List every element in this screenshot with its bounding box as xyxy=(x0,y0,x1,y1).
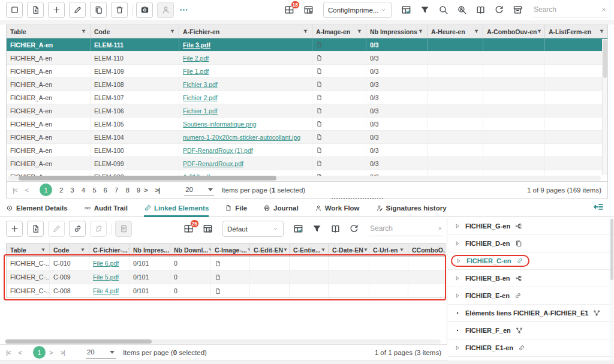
tab-audit-trail[interactable]: Audit Trail xyxy=(84,200,128,217)
page-size-select[interactable]: 20 xyxy=(184,184,214,196)
file-link[interactable]: File 6.pdf xyxy=(93,260,119,267)
column-header[interactable]: A-ListFerm-en xyxy=(545,25,608,38)
page-button[interactable]: 3 xyxy=(70,186,74,194)
table-row[interactable]: FICHIER_A-enELEM-100PDF-RenardRoux (1).p… xyxy=(7,144,607,157)
filter-icon[interactable] xyxy=(418,29,423,34)
table-settings-button[interactable] xyxy=(303,5,314,15)
new-document-button[interactable] xyxy=(27,2,44,18)
config-view-dropdown[interactable]: ConfigImprime... xyxy=(323,2,392,18)
sidebar-item-fichier-e-en[interactable]: FICHIER_E-en xyxy=(448,287,614,305)
collapse-panel-button[interactable] xyxy=(593,201,604,212)
file-link[interactable]: File 1.pdf xyxy=(183,68,209,75)
search-advanced-button[interactable] xyxy=(457,5,467,15)
table-row[interactable]: FICHIER_A-enELEM-104numero-1-20x20cm-sti… xyxy=(7,131,607,144)
table-row[interactable]: FICHIER_C-...C-010File 6.pdf0/1010 xyxy=(7,257,445,270)
table-row[interactable]: FICHIER_A-enELEM-105Soutiens-informatiqu… xyxy=(7,118,607,131)
prev-page-button[interactable]: < xyxy=(25,186,28,194)
sidebar-item-fichier-c-en[interactable]: FICHIER_C-en xyxy=(448,252,614,270)
column-header[interactable]: Table xyxy=(7,243,50,256)
table-row[interactable]: FICHIER_A-enELEM-109File 1.pdf0/3 xyxy=(7,65,607,78)
file-link[interactable]: Fichier 2.pdf xyxy=(183,94,218,101)
detail-table-settings-button[interactable] xyxy=(203,224,213,234)
detail-horizontal-scrollbar-thumb[interactable] xyxy=(5,339,152,344)
detail-first-page-button[interactable]: |< xyxy=(6,349,11,356)
column-header[interactable]: A-Heure-en xyxy=(428,25,483,38)
filter-icon[interactable] xyxy=(170,29,175,34)
page-button[interactable]: 5 xyxy=(92,186,96,194)
file-link[interactable]: Fichier 1.pdf xyxy=(183,107,218,115)
sidebar-item-fichier-f-en[interactable]: FICHIER_F_en xyxy=(448,322,614,339)
column-header[interactable]: A-Fichier-en xyxy=(179,25,312,38)
archive-button[interactable] xyxy=(513,5,523,15)
tab-work-flow[interactable]: Work Flow xyxy=(315,200,360,217)
new-linked-document-button[interactable] xyxy=(27,221,44,237)
column-header[interactable]: C-Entie... xyxy=(290,243,329,256)
page-button[interactable]: 8 xyxy=(125,186,129,194)
sidebar-scrollbar-thumb[interactable] xyxy=(610,219,613,280)
search-input[interactable] xyxy=(532,5,600,14)
filter-icon[interactable] xyxy=(80,248,85,252)
filter-icon[interactable] xyxy=(363,248,368,252)
add-element-button[interactable] xyxy=(48,2,65,18)
page-button[interactable]: 2 xyxy=(59,186,63,194)
file-link[interactable]: File 5.pdf xyxy=(93,273,119,281)
more-options-button[interactable] xyxy=(178,2,189,18)
duplicate-element-button[interactable] xyxy=(90,2,107,18)
column-header[interactable]: C-Fichier-... xyxy=(89,243,130,256)
detail-views-grid-button[interactable]: 25 xyxy=(183,224,194,234)
column-header[interactable]: C-Date-EN xyxy=(329,243,369,256)
file-link[interactable]: File 2.pdf xyxy=(183,55,209,62)
column-header[interactable]: C-Url-en xyxy=(369,243,408,256)
page-button[interactable]: 9 xyxy=(137,186,140,194)
column-header[interactable]: C-Image-... xyxy=(211,243,250,256)
detail-clear-search-button[interactable] xyxy=(437,225,443,231)
snapshot-button[interactable] xyxy=(136,2,153,18)
table-row[interactable]: FICHIER_C-...C-008File 4.pdf0/1010 xyxy=(7,284,445,298)
current-page-button[interactable]: 1 xyxy=(40,183,52,196)
table-row[interactable]: FICHIER_A-enELEM-107Fichier 2.pdf0/3 xyxy=(7,91,607,104)
table-row[interactable]: FICHIER_A-enELEM-106Fichier 1.pdf0/3 xyxy=(7,104,607,118)
detail-view-dropdown[interactable]: Défaut xyxy=(222,221,284,237)
edit-linked-element-button[interactable] xyxy=(48,221,65,237)
sidebar-item-fichier-g-en[interactable]: FICHIER_G-en xyxy=(448,218,614,235)
table-row[interactable]: FICHIER_A-enELEM-099PDF-RenardRoux.pdf0/… xyxy=(7,157,607,170)
journal-button[interactable] xyxy=(115,221,132,237)
filter-icon[interactable] xyxy=(357,29,362,34)
sidebar-item-fichier-e1-en[interactable]: FICHIER_E1-en xyxy=(448,339,614,357)
columns-button[interactable] xyxy=(475,5,486,15)
filter-icon[interactable] xyxy=(283,248,288,252)
next-page-button[interactable]: > xyxy=(144,186,147,194)
page-button[interactable]: 6 xyxy=(104,186,107,194)
refresh-button[interactable] xyxy=(349,224,359,234)
detail-page-size-select[interactable]: 20 xyxy=(86,347,116,359)
detail-next-page-button[interactable]: > xyxy=(49,349,52,356)
detail-prev-page-button[interactable]: < xyxy=(19,349,22,356)
detail-last-page-button[interactable]: >| xyxy=(60,349,65,356)
page-button[interactable]: 7 xyxy=(115,186,118,194)
file-link[interactable]: Soutiens-informatique.png xyxy=(183,121,257,128)
table-row[interactable]: FICHIER_A-enELEM-111File 3.pdf0/3 xyxy=(7,38,607,52)
sidebar-item-fichier-d-en[interactable]: FICHIER_D-en xyxy=(448,235,614,252)
first-page-button[interactable]: |< xyxy=(13,186,17,194)
sidebar-item-el-ments-liens-fichier-a-fichier-e1[interactable]: Eléments liens FICHIER_A-FICHIER_E1 xyxy=(448,305,614,322)
vertical-scrollbar-thumb[interactable] xyxy=(603,40,607,78)
assign-user-button[interactable] xyxy=(157,2,174,18)
filter-icon[interactable] xyxy=(81,29,86,34)
file-link[interactable]: numero-1-20x20cm-sticker-autocollant.jpg xyxy=(183,134,300,141)
add-linked-element-button[interactable] xyxy=(6,221,23,237)
column-header[interactable]: Nb Downl... xyxy=(170,243,211,256)
link-element-button[interactable] xyxy=(69,221,86,237)
delete-element-button[interactable] xyxy=(111,2,128,18)
filter-icon[interactable] xyxy=(399,248,404,252)
select-mode-button[interactable] xyxy=(6,2,23,18)
filter-button[interactable] xyxy=(420,5,430,15)
column-header[interactable]: C-Edit-EN xyxy=(250,243,290,256)
filter-icon[interactable] xyxy=(41,248,46,252)
table-row[interactable]: FICHIER_C-...C-009File 5.pdf0/1010 xyxy=(7,270,445,284)
file-link[interactable]: PDF-RenardRoux (1).pdf xyxy=(183,147,253,154)
tab-journal[interactable]: Journal xyxy=(263,200,299,217)
table-row[interactable]: FICHIER_A-enELEM-108Fichier 3.pdf0/3 xyxy=(7,78,607,91)
column-header[interactable]: Nb Impres... xyxy=(130,243,170,256)
filter-icon[interactable] xyxy=(303,29,308,34)
column-header[interactable]: A-ComboOuv-en xyxy=(483,25,545,38)
